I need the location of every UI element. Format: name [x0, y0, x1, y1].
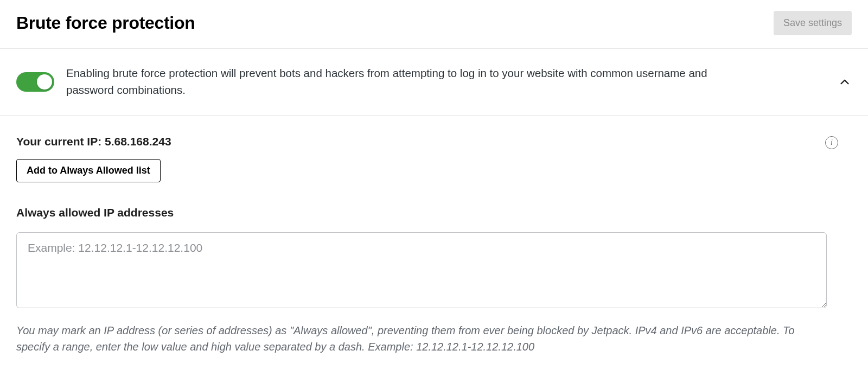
- brute-force-settings-body: Your current IP: 5.68.168.243 i Add to A…: [0, 116, 868, 371]
- feature-toggle-left: Enabling brute force protection will pre…: [16, 65, 797, 99]
- info-icon[interactable]: i: [825, 136, 838, 149]
- add-to-allowlist-button[interactable]: Add to Always Allowed list: [16, 159, 161, 182]
- feature-toggle-row: Enabling brute force protection will pre…: [0, 49, 868, 116]
- allowlist-label: Always allowed IP addresses: [16, 206, 852, 219]
- allowlist-textarea[interactable]: [16, 232, 827, 308]
- allowlist-help-text: You may mark an IP address (or series of…: [16, 322, 830, 355]
- feature-description: Enabling brute force protection will pre…: [66, 65, 717, 99]
- toggle-thumb: [37, 74, 52, 90]
- current-ip-label: Your current IP: 5.68.168.243: [16, 135, 171, 148]
- current-ip-row: Your current IP: 5.68.168.243 i: [16, 135, 852, 149]
- brute-force-toggle[interactable]: [16, 72, 54, 92]
- save-settings-button[interactable]: Save settings: [774, 11, 852, 35]
- page-title: Brute force protection: [16, 13, 195, 33]
- collapse-icon[interactable]: [838, 75, 852, 89]
- settings-header: Brute force protection Save settings: [0, 0, 868, 49]
